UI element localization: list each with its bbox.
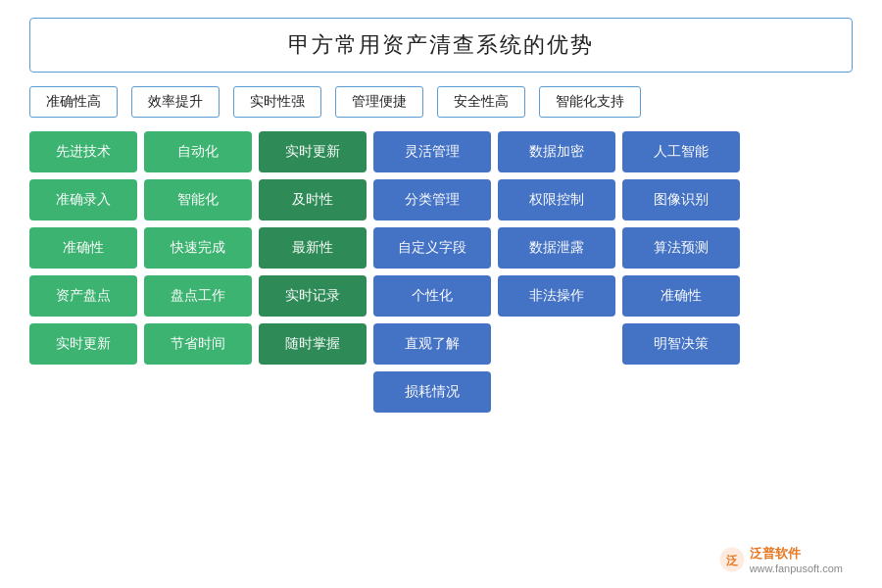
grid-row-4: 实时更新节省时间随时掌握直观了解明智决策 bbox=[29, 323, 853, 365]
cell-r4-c2: 随时掌握 bbox=[259, 323, 367, 365]
cell-r1-c3: 分类管理 bbox=[373, 179, 491, 220]
grid-row-3: 资产盘点盘点工作实时记录个性化非法操作准确性 bbox=[29, 275, 853, 317]
logo-area: 泛 泛普软件 www.fanpusoft.com bbox=[29, 545, 853, 578]
grid-row-5: 损耗情况 bbox=[29, 371, 853, 413]
cell-r3-c5: 准确性 bbox=[622, 275, 740, 317]
cell-r1-c1: 智能化 bbox=[144, 179, 252, 220]
cell-r1-c5: 图像识别 bbox=[622, 179, 740, 220]
cell-r0-c4: 数据加密 bbox=[498, 131, 615, 172]
logo-name: 泛普软件 bbox=[750, 545, 843, 563]
tab-item-2[interactable]: 实时性强 bbox=[233, 86, 321, 118]
cell-r2-c5: 算法预测 bbox=[622, 227, 740, 269]
cell-r3-c4: 非法操作 bbox=[498, 275, 615, 317]
cell-r1-c2: 及时性 bbox=[259, 179, 367, 220]
cell-r3-c3: 个性化 bbox=[373, 275, 491, 317]
logo-icon: 泛 bbox=[718, 546, 746, 573]
cell-r4-c5: 明智决策 bbox=[622, 323, 740, 365]
cell-r3-c1: 盘点工作 bbox=[144, 275, 252, 317]
cell-r5-c3: 损耗情况 bbox=[373, 371, 491, 413]
cell-r2-c0: 准确性 bbox=[29, 227, 137, 269]
grid-row-2: 准确性快速完成最新性自定义字段数据泄露算法预测 bbox=[29, 227, 853, 269]
grid-section: 先进技术自动化实时更新灵活管理数据加密人工智能准确录入智能化及时性分类管理权限控… bbox=[29, 131, 853, 531]
cell-r0-c5: 人工智能 bbox=[622, 131, 740, 172]
tab-item-3[interactable]: 管理便捷 bbox=[335, 86, 423, 118]
cell-r2-c2: 最新性 bbox=[259, 227, 367, 269]
logo-url: www.fanpusoft.com bbox=[750, 563, 843, 574]
cell-r2-c4: 数据泄露 bbox=[498, 227, 615, 269]
page: 甲方常用资产清查系统的优势 准确性高效率提升实时性强管理便捷安全性高智能化支持 … bbox=[0, 0, 882, 588]
cell-r0-c1: 自动化 bbox=[144, 131, 252, 172]
cell-r4-c0: 实时更新 bbox=[29, 323, 137, 365]
grid-row-1: 准确录入智能化及时性分类管理权限控制图像识别 bbox=[29, 179, 853, 220]
grid-row-0: 先进技术自动化实时更新灵活管理数据加密人工智能 bbox=[29, 131, 853, 172]
tab-item-5[interactable]: 智能化支持 bbox=[539, 86, 641, 118]
cell-r2-c3: 自定义字段 bbox=[373, 227, 491, 269]
tab-item-4[interactable]: 安全性高 bbox=[437, 86, 525, 118]
tab-item-1[interactable]: 效率提升 bbox=[131, 86, 220, 118]
svg-text:泛: 泛 bbox=[726, 554, 739, 567]
cell-r3-c2: 实时记录 bbox=[259, 275, 367, 317]
cell-r0-c3: 灵活管理 bbox=[373, 131, 491, 172]
cell-r0-c2: 实时更新 bbox=[259, 131, 367, 172]
cell-r2-c1: 快速完成 bbox=[144, 227, 252, 269]
cell-r1-c4: 权限控制 bbox=[498, 179, 615, 220]
cell-r3-c0: 资产盘点 bbox=[29, 275, 137, 317]
page-title: 甲方常用资产清查系统的优势 bbox=[29, 18, 853, 73]
cell-r4-c1: 节省时间 bbox=[144, 323, 252, 365]
tab-item-0[interactable]: 准确性高 bbox=[29, 86, 118, 118]
cell-r1-c0: 准确录入 bbox=[29, 179, 137, 220]
tabs-row: 准确性高效率提升实时性强管理便捷安全性高智能化支持 bbox=[29, 86, 853, 118]
cell-r4-c3: 直观了解 bbox=[373, 323, 491, 365]
cell-r0-c0: 先进技术 bbox=[29, 131, 137, 172]
